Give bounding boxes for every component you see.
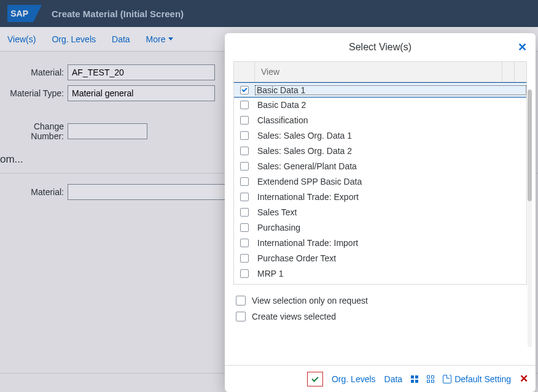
table-row[interactable]: Sales: General/Plant Data: [234, 159, 526, 174]
table-row[interactable]: Sales: Sales Org. Data 1: [234, 128, 526, 144]
view-checkbox[interactable]: [240, 208, 249, 217]
view-label: Sales: Sales Org. Data 2: [255, 146, 526, 156]
view-checkbox[interactable]: [240, 193, 249, 201]
select-all-icon[interactable]: [411, 375, 418, 383]
view-label: Basic Data 1: [255, 85, 526, 95]
table-row[interactable]: Purchasing: [234, 220, 526, 236]
view-label: Basic Data 2: [255, 100, 526, 110]
view-checkbox[interactable]: [240, 147, 249, 155]
view-checkbox[interactable]: [240, 86, 249, 94]
view-checkbox[interactable]: [240, 162, 249, 171]
opt-request-checkbox[interactable]: [236, 296, 246, 306]
view-label: Purchasing: [255, 223, 526, 233]
table-row[interactable]: Sales: Sales Org. Data 2: [234, 144, 526, 159]
table-header: View: [234, 62, 526, 82]
table-row[interactable]: MRP 2: [234, 282, 526, 284]
views-table: View Basic Data 1Basic Data 2Classificat…: [233, 61, 527, 285]
view-checkbox[interactable]: [240, 254, 249, 263]
dialog-header: Select View(s) ✕: [225, 33, 536, 61]
view-checkbox[interactable]: [240, 269, 249, 278]
column-view: View: [255, 67, 502, 77]
confirm-button[interactable]: [307, 372, 323, 386]
view-checkbox[interactable]: [240, 223, 249, 232]
view-checkbox[interactable]: [240, 116, 249, 125]
view-checkbox[interactable]: [240, 239, 249, 247]
view-label: Sales Text: [255, 207, 526, 217]
table-row[interactable]: Classification: [234, 113, 526, 128]
footer-org-levels[interactable]: Org. Levels: [332, 374, 376, 384]
select-views-dialog: Select View(s) ✕ View Basic Data 1Basic …: [225, 33, 536, 392]
view-label: Sales: Sales Org. Data 1: [255, 131, 526, 140]
table-row[interactable]: Extendend SPP Basic Data: [234, 174, 526, 190]
opt-create-checkbox[interactable]: [236, 312, 246, 321]
close-icon[interactable]: ✕: [518, 40, 527, 54]
table-row[interactable]: MRP 1: [234, 266, 526, 282]
dialog-title: Select View(s): [349, 42, 411, 53]
view-checkbox[interactable]: [240, 131, 249, 140]
view-checkbox[interactable]: [240, 101, 249, 109]
view-label: Purchase Order Text: [255, 253, 526, 263]
table-row[interactable]: Basic Data 2: [234, 98, 526, 113]
view-label: Classification: [255, 115, 526, 125]
view-label: Extendend SPP Basic Data: [255, 177, 526, 186]
scrollbar-thumb[interactable]: [528, 90, 532, 201]
view-checkbox[interactable]: [240, 177, 249, 186]
save-icon: [443, 375, 451, 383]
dialog-footer: Org. Levels Data Default Setting ✕: [225, 365, 536, 392]
view-label: International Trade: Import: [255, 238, 526, 248]
view-label: MRP 1: [255, 269, 526, 279]
default-setting-button[interactable]: Default Setting: [443, 374, 511, 384]
table-row[interactable]: International Trade: Export: [234, 190, 526, 205]
table-row[interactable]: Basic Data 1: [234, 82, 526, 98]
scrollbar[interactable]: [528, 90, 532, 347]
footer-data[interactable]: Data: [384, 374, 403, 384]
opt-create-label: Create views selected: [252, 312, 336, 321]
opt-request-label: View selection only on request: [252, 296, 368, 306]
view-label: International Trade: Export: [255, 192, 526, 202]
table-row[interactable]: International Trade: Import: [234, 236, 526, 251]
deselect-all-icon[interactable]: [427, 375, 434, 383]
table-row[interactable]: Purchase Order Text: [234, 251, 526, 266]
table-row[interactable]: Sales Text: [234, 205, 526, 220]
cancel-icon[interactable]: ✕: [520, 372, 528, 385]
view-label: Sales: General/Plant Data: [255, 161, 526, 171]
check-icon: [311, 375, 318, 382]
